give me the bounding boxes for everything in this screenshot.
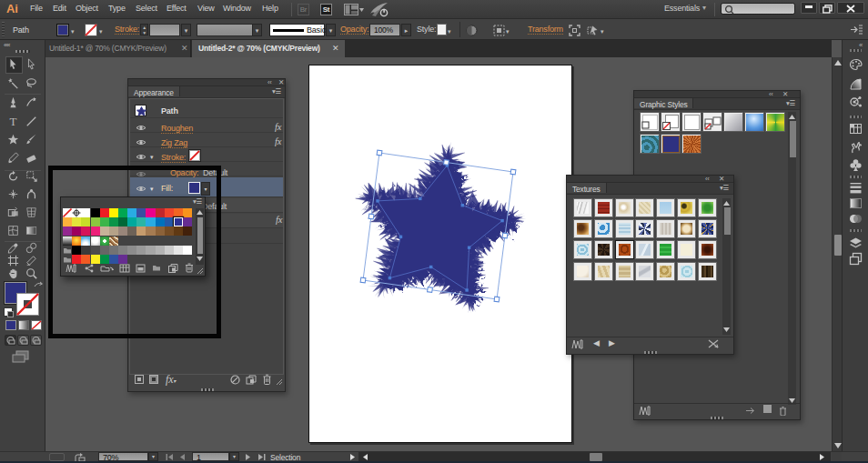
svg-text:T: T xyxy=(10,116,17,127)
